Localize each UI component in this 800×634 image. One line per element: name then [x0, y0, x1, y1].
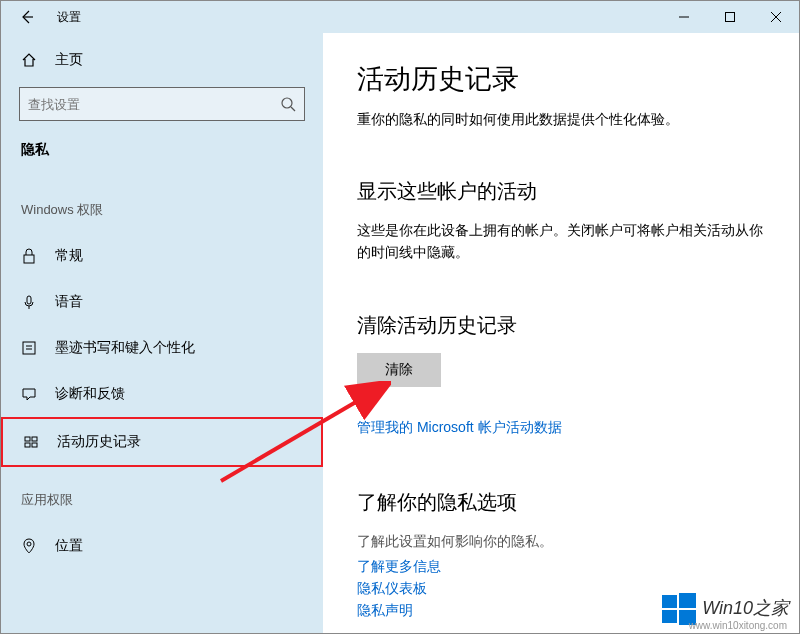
titlebar-left: 设置 [1, 7, 81, 27]
svg-rect-6 [24, 255, 34, 263]
section-title-accounts: 显示这些帐户的活动 [357, 178, 765, 205]
minimize-icon [679, 12, 689, 22]
section-windows-permissions: Windows 权限 [1, 177, 323, 233]
lock-icon [21, 248, 37, 264]
sidebar-item-speech[interactable]: 语音 [1, 279, 323, 325]
watermark-brand: Win10之家 [702, 596, 789, 620]
search-input[interactable] [28, 97, 280, 112]
svg-line-5 [291, 107, 295, 111]
svg-rect-19 [679, 593, 696, 608]
home-icon [21, 52, 37, 68]
sidebar-item-location[interactable]: 位置 [1, 523, 323, 569]
clear-button[interactable]: 清除 [357, 353, 441, 387]
category-label: 隐私 [1, 141, 323, 177]
svg-rect-11 [25, 437, 30, 441]
sidebar-item-activity-history[interactable]: 活动历史记录 [1, 417, 323, 467]
section-desc-accounts: 这些是你在此设备上拥有的帐户。关闭帐户可将帐户相关活动从你的时间线中隐藏。 [357, 219, 765, 264]
svg-rect-8 [23, 342, 35, 354]
main-panel: 活动历史记录 重你的隐私的同时如何使用此数据提供个性化体验。 显示这些帐户的活动… [323, 33, 799, 633]
svg-rect-18 [662, 595, 677, 608]
sidebar-item-general[interactable]: 常规 [1, 233, 323, 279]
svg-point-15 [27, 542, 31, 546]
window-controls [661, 1, 799, 33]
sidebar-item-label: 墨迹书写和键入个性化 [55, 339, 195, 357]
search-box[interactable] [19, 87, 305, 121]
close-icon [771, 12, 781, 22]
close-button[interactable] [753, 1, 799, 33]
app-title: 设置 [57, 9, 81, 26]
back-button[interactable] [17, 7, 37, 27]
page-title: 活动历史记录 [357, 61, 765, 97]
sidebar-item-label: 常规 [55, 247, 83, 265]
home-label: 主页 [55, 51, 83, 69]
section-title-clear: 清除活动历史记录 [357, 312, 765, 339]
search-icon [280, 96, 296, 112]
svg-rect-14 [32, 443, 37, 447]
section-title-privacy-options: 了解你的隐私选项 [357, 489, 765, 516]
sidebar-item-diagnostics[interactable]: 诊断和反馈 [1, 371, 323, 417]
svg-rect-1 [726, 13, 735, 22]
sidebar: 主页 隐私 Windows 权限 常规 语音 墨迹书写和键入个性化 诊断和反馈 [1, 33, 323, 633]
sidebar-item-label: 语音 [55, 293, 83, 311]
activity-icon [23, 434, 39, 450]
svg-rect-7 [27, 296, 31, 304]
sidebar-item-label: 位置 [55, 537, 83, 555]
back-arrow-icon [19, 9, 35, 25]
truncated-text: 重你的隐私的同时如何使用此数据提供个性化体验。 [357, 109, 765, 130]
titlebar: 设置 [1, 1, 799, 33]
sidebar-home[interactable]: 主页 [1, 51, 323, 87]
minimize-button[interactable] [661, 1, 707, 33]
speech-icon [21, 294, 37, 310]
sidebar-item-label: 活动历史记录 [57, 433, 141, 451]
svg-rect-20 [662, 610, 677, 623]
learn-more-link[interactable]: 了解更多信息 [357, 558, 765, 576]
svg-rect-12 [32, 437, 37, 441]
sidebar-item-inking[interactable]: 墨迹书写和键入个性化 [1, 325, 323, 371]
feedback-icon [21, 386, 37, 402]
inking-icon [21, 340, 37, 356]
maximize-icon [725, 12, 735, 22]
maximize-button[interactable] [707, 1, 753, 33]
svg-rect-13 [25, 443, 30, 447]
svg-point-4 [282, 98, 292, 108]
content: 主页 隐私 Windows 权限 常规 语音 墨迹书写和键入个性化 诊断和反馈 [1, 33, 799, 633]
location-icon [21, 538, 37, 554]
manage-ms-account-link[interactable]: 管理我的 Microsoft 帐户活动数据 [357, 419, 765, 437]
section-app-permissions: 应用权限 [1, 467, 323, 523]
sidebar-item-label: 诊断和反馈 [55, 385, 125, 403]
watermark-url: www.win10xitong.com [689, 620, 787, 631]
section-desc-privacy: 了解此设置如何影响你的隐私。 [357, 530, 765, 552]
